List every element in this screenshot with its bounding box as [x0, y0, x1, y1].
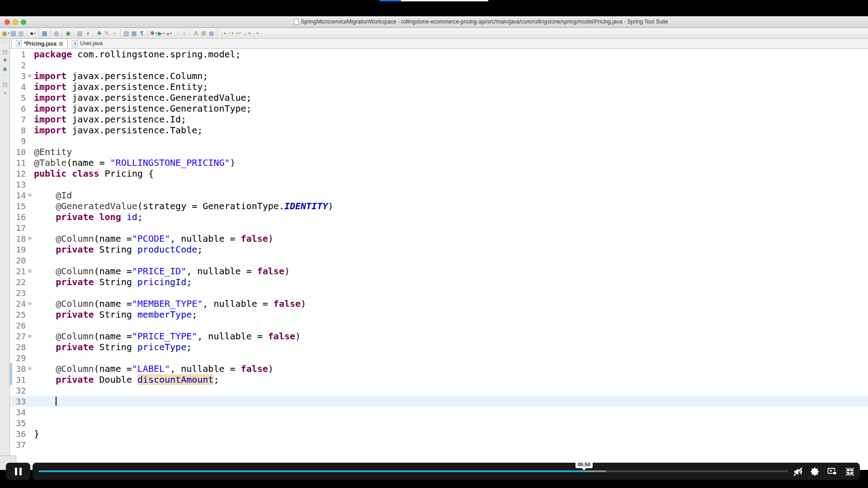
code-line-23: 23 [10, 287, 868, 298]
open-web-browser-icon[interactable]: ◍ [208, 29, 215, 38]
save-icon[interactable]: ▤ [9, 29, 17, 38]
code-line-32: 32 [10, 385, 868, 396]
line-number: 13 [10, 180, 27, 189]
fold-toggle-icon[interactable]: ⊖ [27, 298, 34, 309]
line-number: 14 [10, 191, 27, 200]
editor-tabbar: J *Pricing.java ⊠ J User.java [10, 39, 868, 49]
java-file-icon: J [72, 40, 78, 47]
previous-annotation-icon[interactable]: ↑▾ [227, 29, 235, 38]
console-icon[interactable]: ▧ [76, 29, 84, 38]
seek-bar[interactable] [38, 470, 788, 472]
new-package-icon[interactable]: ⊞ [200, 29, 208, 38]
code-line-31: 31 private Double discountAmount; [10, 374, 868, 385]
code-text: public class Pricing { [34, 168, 154, 179]
code-text: @Column(name ="PCODE", nullable = false) [34, 233, 274, 244]
profile-run-icon[interactable]: ◆ [180, 29, 188, 38]
code-text: import javax.persistence.Column; [34, 70, 208, 81]
code-line-28: 28 private String priceType; [10, 342, 868, 352]
junit-view-icon[interactable]: ◉ [0, 66, 10, 71]
mute-icon[interactable] [793, 466, 803, 477]
external-tools-icon[interactable]: ✱▾ [150, 29, 157, 38]
coverage-run-icon[interactable]: ◒▾ [165, 29, 173, 38]
close-window-button[interactable] [5, 19, 10, 25]
code-text: import javax.persistence.GenerationType; [34, 103, 252, 114]
profile-icon[interactable]: ●▾ [29, 29, 37, 38]
run-icon[interactable]: ▶▾ [157, 29, 165, 38]
tab-pricing-java[interactable]: J *Pricing.java ⊠ [11, 38, 68, 48]
show-whitespace-icon[interactable]: ¶ [138, 29, 146, 38]
code-line-37: 37 [10, 439, 868, 450]
fold-toggle-icon[interactable]: ⊖ [27, 233, 34, 244]
fold-toggle-icon[interactable]: ⊖ [27, 70, 34, 81]
outline-view-icon[interactable]: ≡ [0, 90, 10, 95]
line-number: 21 [10, 267, 27, 276]
search-icon[interactable]: ◎ [52, 29, 60, 38]
code-line-4: 4import javax.persistence.Entity; [10, 81, 868, 92]
boot-dashboard-icon[interactable]: ◉ [64, 29, 72, 38]
top-progress-bar[interactable] [380, 0, 488, 1]
code-line-30: 30⊖ @Column(name ="LABEL", nullable = fa… [10, 363, 868, 374]
forward-icon[interactable]: →▾ [250, 29, 259, 38]
restore-view-icon[interactable]: ◳ [0, 81, 10, 87]
tab-user-java[interactable]: J User.java [68, 38, 107, 48]
window-titlebar: SpringMicroserviceMigrationWorkspace - r… [0, 16, 868, 28]
code-text: } [34, 428, 39, 439]
video-frame: SpringMicroserviceMigrationWorkspace - r… [0, 0, 868, 488]
pause-icon [15, 468, 17, 475]
picture-in-picture-icon[interactable] [827, 466, 838, 477]
zoom-window-button[interactable] [21, 19, 26, 25]
video-scrubber-box [33, 463, 860, 480]
line-number: 32 [10, 386, 27, 395]
fold-toggle-icon[interactable]: ⊖ [27, 266, 34, 277]
fold-toggle-icon[interactable]: ⊖ [27, 363, 34, 374]
code-line-5: 5import javax.persistence.GeneratedValue… [10, 92, 868, 103]
last-edit-location-icon[interactable]: ↩ [235, 29, 242, 38]
line-number: 10 [10, 147, 27, 157]
line-number: 19 [10, 245, 27, 254]
view-handle: ∷ [0, 40, 10, 46]
fold-toggle-icon[interactable]: ⊖ [27, 331, 34, 342]
code-line-33: 33 [10, 396, 868, 407]
paste-special-icon[interactable]: ▩ [130, 29, 138, 38]
new-wizard-icon[interactable]: ▣▾ [2, 29, 9, 38]
debug-icon[interactable]: ❖ [95, 29, 103, 38]
code-text: private String productCode; [34, 244, 203, 255]
exit-fullscreen-icon[interactable] [844, 466, 855, 477]
next-annotation-icon[interactable]: ↓▾ [219, 29, 227, 38]
line-number: 22 [10, 277, 27, 287]
code-line-16: 16 private long id; [10, 211, 868, 222]
paste-icon[interactable]: ▦ [41, 29, 48, 38]
minimized-views-strip: ∷◳❖◉∷◳≡ [0, 39, 10, 470]
line-number: 33 [10, 397, 27, 406]
toolbar-separator [62, 30, 62, 37]
format-icon[interactable]: ✎ [103, 29, 111, 38]
coverage-icon[interactable]: ◑ [84, 29, 91, 38]
toolbar-separator [93, 30, 94, 37]
line-number: 8 [10, 126, 27, 135]
tab-close-icon[interactable]: ⊠ [59, 41, 63, 47]
line-number: 17 [10, 223, 27, 233]
open-type-icon[interactable]: A [192, 29, 200, 38]
code-editor[interactable]: 1package com.rollingstone.spring.model;2… [10, 49, 868, 470]
code-line-35: 35 [10, 418, 868, 428]
pause-button[interactable] [6, 463, 30, 480]
back-icon[interactable]: ←▾ [242, 29, 250, 38]
restore-view-icon[interactable]: ◳ [0, 49, 10, 54]
minimize-window-button[interactable] [13, 19, 18, 25]
code-line-13: 13 [10, 179, 868, 190]
mark-occurrences-icon[interactable]: ● [111, 29, 118, 38]
code-line-26: 26 [10, 320, 868, 331]
code-text: private String pricingId; [34, 277, 192, 287]
run-history-icon[interactable]: ◇ [173, 29, 180, 38]
copy-icon[interactable]: ▨ [123, 29, 130, 38]
line-number: 16 [10, 212, 27, 222]
settings-gear-icon[interactable] [810, 467, 820, 477]
spring-explorer-view-icon[interactable]: ❖ [0, 57, 10, 63]
code-text: private Double discountAmount; [34, 374, 219, 385]
toolbar-separator [190, 30, 190, 37]
save-all-icon[interactable]: ▥ [17, 29, 25, 38]
fold-toggle-icon[interactable]: ⊖ [27, 190, 34, 201]
line-number: 28 [10, 343, 27, 352]
toolbar-separator [38, 30, 39, 37]
line-number: 1 [10, 50, 27, 59]
